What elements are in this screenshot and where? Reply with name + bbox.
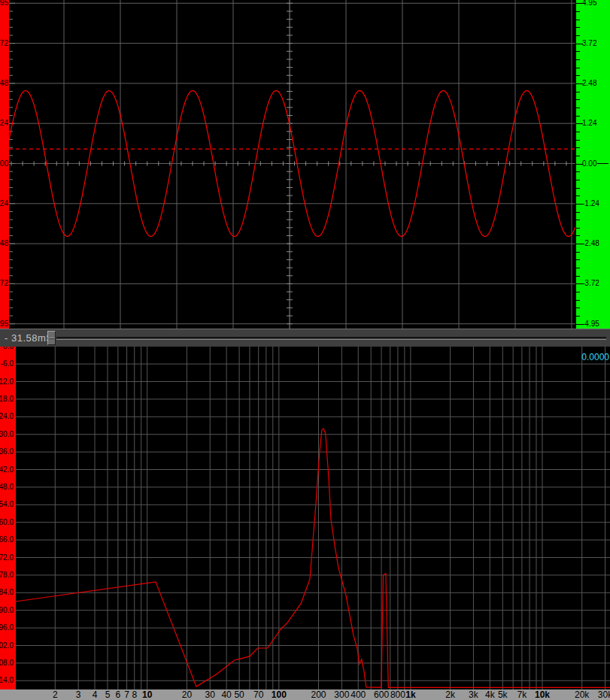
scope-left-scale-label: 3.72 xyxy=(0,39,8,48)
scope-right-scale-label: -3.72 xyxy=(582,279,599,288)
scope-right-scale-tick xyxy=(576,220,580,220)
spectrum-plot-area: 0.0000 xyxy=(15,347,610,689)
scope-right-scale-label: 4.95 xyxy=(582,0,596,8)
freq-tick-label: 1k xyxy=(405,689,415,700)
scope-right-scale-label: 2.48 xyxy=(582,79,596,88)
scope-left-scale-label: 1.24 xyxy=(0,119,8,128)
scope-left-scale-label: 0.00 xyxy=(0,159,8,168)
freq-tick-label: 50 xyxy=(234,689,244,700)
scrollbar-thumb[interactable] xyxy=(47,331,56,345)
scope-right-scale-tick xyxy=(576,59,580,60)
spectrum-db-label: -114.0 xyxy=(0,676,14,685)
spectrum-db-label: -66.0 xyxy=(0,535,14,544)
scope-right-scale-tick xyxy=(576,300,580,301)
spectrum-db-label: -12.0 xyxy=(0,377,14,386)
scope-right-scale-label: 1.24 xyxy=(582,119,596,128)
scope-right-scale-tick xyxy=(576,164,583,165)
freq-tick-label: 40 xyxy=(221,689,231,700)
spectrum-db-label: -42.0 xyxy=(0,465,14,474)
scope-right-scale-tick xyxy=(576,283,583,284)
freq-tick-label: 8 xyxy=(132,689,137,700)
spectrum-db-label: -6.0 xyxy=(0,359,14,368)
scope-right-scale-tick xyxy=(576,11,580,12)
freq-tick-label: 7k xyxy=(517,689,527,700)
scope-right-scale-tick xyxy=(576,108,580,108)
scope-right-scale-tick xyxy=(576,51,580,52)
spectrum-db-label: -108.0 xyxy=(0,659,14,668)
freq-tick-label: 200 xyxy=(311,689,326,700)
scope-right-scale-tick xyxy=(576,140,580,141)
freq-tick-label: 70 xyxy=(253,689,263,700)
scope-right-scale-tick xyxy=(576,171,580,172)
frequency-readout: 0.0000 xyxy=(581,352,609,362)
freq-tick-label: 400 xyxy=(351,689,366,700)
spectrum-db-label: -72.0 xyxy=(0,553,14,562)
freq-tick-label: 5k xyxy=(498,689,508,700)
scope-right-scale-tick xyxy=(576,259,580,260)
scrollbar-thumb-grip xyxy=(49,338,54,339)
spectrum-db-label: -102.0 xyxy=(0,641,14,650)
scope-left-scale-label: -4.95 xyxy=(0,320,8,329)
spectrum-panel: 0.0-6.0-12.0-18.0-24.0-30.0-36.0-42.0-48… xyxy=(0,347,610,700)
freq-tick-label: 7 xyxy=(124,689,129,700)
scope-right-scale-label: 3.72 xyxy=(582,39,596,48)
spectrum-curve-canvas xyxy=(15,347,610,689)
scope-plot-area xyxy=(9,0,575,329)
freq-tick-label: 10k xyxy=(535,689,550,700)
spectrum-db-label: 0.0 xyxy=(0,347,14,351)
analyzer-window: 4.953.722.481.240.00-1.24-2.48-3.72-4.95… xyxy=(0,0,610,700)
scope-right-scale-tick xyxy=(576,132,580,132)
freq-tick-label: 800 xyxy=(390,689,405,700)
scope-right-scale-tick xyxy=(576,292,580,292)
freq-tick-label: 20k xyxy=(575,689,589,700)
scope-right-scale-tick xyxy=(576,195,580,196)
scope-right-scale-label: 0.00 xyxy=(582,159,596,168)
scope-left-scale: 4.953.722.481.240.00-1.24-2.48-3.72-4.95 xyxy=(0,0,9,329)
scroll-position-label: - 31.58mS xyxy=(5,332,53,344)
scope-left-scale-label: -3.72 xyxy=(0,279,8,288)
scope-right-scale-tick xyxy=(576,316,580,317)
spectrum-db-label: -30.0 xyxy=(0,430,14,439)
scope-right-scale-tick xyxy=(576,228,580,229)
scope-right-scale: 4.953.722.481.240.00-1.24-2.48-3.72-4.95 xyxy=(576,0,610,329)
scope-right-scale-tick xyxy=(576,268,580,268)
scope-left-scale-label: -2.48 xyxy=(0,239,8,248)
scope-time-scrollbar[interactable]: - 31.58mS xyxy=(0,329,610,347)
scope-right-scale-tick xyxy=(576,99,580,100)
spectrum-db-scale: 0.0-6.0-12.0-18.0-24.0-30.0-36.0-42.0-48… xyxy=(0,347,15,689)
spectrum-db-label: -54.0 xyxy=(0,500,14,509)
scope-right-scale-tick xyxy=(576,123,583,124)
spectrum-db-label: -96.0 xyxy=(0,623,14,632)
scope-left-scale-label: -1.24 xyxy=(0,199,8,208)
spectrum-db-label: -78.0 xyxy=(0,571,14,580)
freq-tick-label: 600 xyxy=(374,689,389,700)
scope-right-scale-tick xyxy=(576,180,580,180)
scope-right-scale-tick xyxy=(576,75,580,76)
scope-right-scale-tick xyxy=(576,188,580,189)
freq-tick-label: 20 xyxy=(182,689,192,700)
spectrum-db-label: -36.0 xyxy=(0,447,14,456)
freq-tick-label: 2k xyxy=(445,689,455,700)
spectrum-db-label: -48.0 xyxy=(0,483,14,492)
scope-right-scale-tick xyxy=(576,92,580,92)
scope-right-scale-tick xyxy=(576,244,583,244)
scope-right-scale-tick xyxy=(576,212,580,213)
freq-tick-label: 30k xyxy=(598,689,610,700)
freq-tick-label: 300 xyxy=(334,689,349,700)
scope-right-scale-tick xyxy=(576,147,580,148)
freq-tick-label: 100 xyxy=(272,689,287,700)
scope-right-scale-label: -2.48 xyxy=(582,239,599,248)
scrollbar-track[interactable] xyxy=(56,337,606,340)
scope-right-scale-tick xyxy=(576,83,583,84)
spectrum-db-label: -60.0 xyxy=(0,518,14,527)
scope-right-scale-tick xyxy=(576,204,583,205)
scope-right-scale-tick xyxy=(576,68,580,68)
scope-right-scale-tick xyxy=(576,44,583,44)
scope-right-scale-tick xyxy=(576,35,580,36)
scope-right-scale-tick xyxy=(576,20,580,20)
spectrum-db-label: -84.0 xyxy=(0,588,14,597)
scope-right-scale-tick xyxy=(576,276,580,277)
oscilloscope-panel: 4.953.722.481.240.00-1.24-2.48-3.72-4.95… xyxy=(0,0,610,329)
spectrum-db-label: -24.0 xyxy=(0,412,14,421)
freq-tick-label: 4 xyxy=(93,689,98,700)
